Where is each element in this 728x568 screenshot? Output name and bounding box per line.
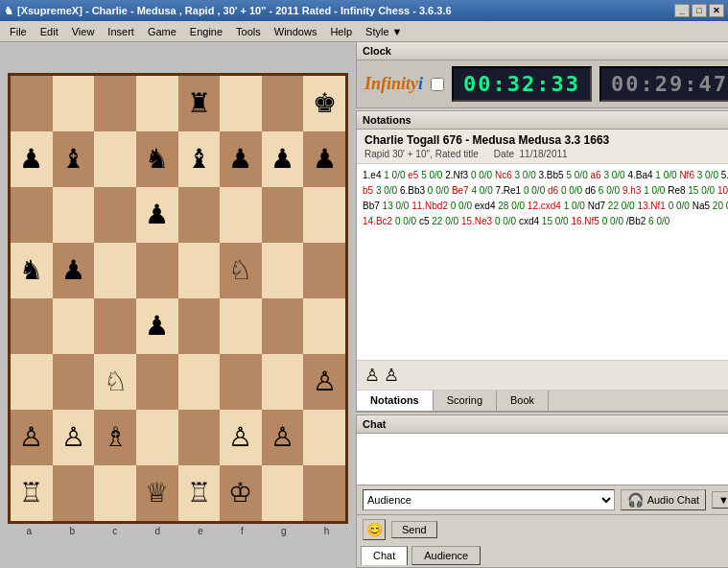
- headphone-icon: 🎧: [627, 492, 644, 508]
- cell-f4[interactable]: [220, 298, 262, 354]
- menu-engine[interactable]: Engine: [184, 24, 228, 39]
- cell-a2[interactable]: ♙: [11, 410, 53, 465]
- cell-e2[interactable]: [178, 410, 221, 465]
- audio-chat-dropdown[interactable]: ▼: [712, 491, 728, 509]
- cell-d3[interactable]: [136, 354, 178, 410]
- cell-c4[interactable]: [94, 298, 136, 354]
- cell-f3[interactable]: [220, 354, 262, 410]
- cell-c6[interactable]: [94, 187, 136, 243]
- cell-f5[interactable]: ♘: [220, 243, 262, 298]
- menu-style[interactable]: Style ▼: [360, 24, 408, 39]
- cell-g7[interactable]: ♟: [262, 131, 304, 187]
- cell-b6[interactable]: [53, 187, 95, 243]
- smiley-button[interactable]: 😊: [363, 519, 386, 540]
- cell-f6[interactable]: [220, 187, 262, 243]
- cell-b8[interactable]: [53, 76, 95, 131]
- chat-body: [357, 434, 728, 485]
- tab-notations[interactable]: Notations: [357, 390, 434, 411]
- menu-view[interactable]: View: [66, 24, 101, 39]
- cell-a8[interactable]: [11, 76, 53, 131]
- cell-b1[interactable]: [53, 465, 95, 521]
- cell-f2[interactable]: ♙: [220, 410, 262, 465]
- cell-h3[interactable]: ♙: [303, 354, 345, 410]
- cell-f1[interactable]: ♔: [220, 465, 262, 521]
- cell-e5[interactable]: [178, 243, 221, 298]
- audio-chat-button[interactable]: 🎧 Audio Chat: [621, 489, 706, 510]
- clock-checkbox[interactable]: [431, 78, 444, 91]
- maximize-button[interactable]: □: [692, 4, 707, 17]
- cell-d5[interactable]: [136, 243, 178, 298]
- cell-d6[interactable]: ♟: [136, 187, 178, 243]
- cell-h1[interactable]: [303, 465, 345, 521]
- cell-c2[interactable]: ♗: [94, 410, 136, 465]
- cell-d8[interactable]: [136, 76, 178, 131]
- cell-c3[interactable]: ♘: [94, 354, 136, 410]
- cell-g8[interactable]: [262, 76, 304, 131]
- send-button[interactable]: Send: [391, 521, 437, 538]
- menu-tools[interactable]: Tools: [230, 24, 267, 39]
- menu-file[interactable]: File: [4, 24, 33, 39]
- cell-h8[interactable]: ♚: [303, 76, 345, 131]
- cell-d2[interactable]: [136, 410, 178, 465]
- cell-c8[interactable]: [94, 76, 136, 131]
- cell-b2[interactable]: ♙: [53, 410, 95, 465]
- clock-body: Infinityi 00:32:33 00:29:47: [357, 60, 728, 107]
- cell-e6[interactable]: [178, 187, 221, 243]
- cell-a1[interactable]: ♖: [11, 465, 53, 521]
- cell-a3[interactable]: [11, 354, 53, 410]
- cell-f7[interactable]: ♟: [220, 131, 262, 187]
- menu-windows[interactable]: Windows: [269, 24, 323, 39]
- menu-game[interactable]: Game: [142, 24, 182, 39]
- cell-d1[interactable]: ♕: [136, 465, 178, 521]
- notations-title: Notations: [363, 114, 411, 126]
- menu-help[interactable]: Help: [324, 24, 358, 39]
- cell-b4[interactable]: [53, 298, 95, 354]
- tab-book[interactable]: Book: [497, 390, 549, 411]
- cell-a5[interactable]: ♞: [11, 243, 53, 298]
- cell-h6[interactable]: [303, 187, 345, 243]
- tab-scoring[interactable]: Scoring: [434, 390, 497, 411]
- menu-insert[interactable]: Insert: [102, 24, 140, 39]
- cell-g1[interactable]: [262, 465, 304, 521]
- cell-b5[interactable]: ♟: [53, 243, 95, 298]
- moves-area[interactable]: 1.e4 1 0/0 e5 5 0/0 2.Nf3 0 0/0 Nc6 3 0/…: [357, 164, 728, 361]
- cell-d7[interactable]: ♞: [136, 131, 178, 187]
- cell-g5[interactable]: [262, 243, 304, 298]
- cell-h5[interactable]: [303, 243, 345, 298]
- cell-e3[interactable]: [178, 354, 221, 410]
- cell-h7[interactable]: ♟: [303, 131, 345, 187]
- title-bar-text: [XsupremeX] - Charlie - Medusa , Rapid ,…: [17, 5, 452, 16]
- cell-a7[interactable]: ♟: [11, 131, 53, 187]
- audience-select[interactable]: Audience: [363, 489, 615, 510]
- cell-a6[interactable]: [11, 187, 53, 243]
- cell-c1[interactable]: [94, 465, 136, 521]
- game-type: Rapid 30' + 10'', Rated title: [364, 149, 479, 159]
- cell-h4[interactable]: [303, 298, 345, 354]
- minimize-button[interactable]: _: [674, 4, 690, 17]
- cell-f8[interactable]: [220, 76, 262, 131]
- cell-g4[interactable]: [262, 298, 304, 354]
- cell-e8[interactable]: ♜: [178, 76, 221, 131]
- chat-tab-chat[interactable]: Chat: [361, 546, 408, 565]
- close-button[interactable]: ✕: [709, 4, 724, 17]
- cell-h2[interactable]: [303, 410, 345, 465]
- cell-b7[interactable]: ♝: [53, 131, 95, 187]
- cell-b3[interactable]: [53, 354, 95, 410]
- player2-name: Medusa Medusa 3.3 1663: [473, 133, 610, 147]
- menu-edit[interactable]: Edit: [35, 24, 64, 39]
- clock-display-2: 00:29:47: [599, 66, 728, 102]
- cell-e7[interactable]: ♝: [178, 131, 221, 187]
- chess-board[interactable]: ♜ ♚ ♟ ♝ ♞ ♝ ♟ ♟ ♟ ♟: [11, 76, 345, 521]
- cell-g3[interactable]: [262, 354, 304, 410]
- chat-tab-row: Chat Audience: [357, 544, 728, 567]
- cell-a4[interactable]: [11, 298, 53, 354]
- chat-tab-audience[interactable]: Audience: [411, 546, 481, 565]
- chat-title: Chat: [363, 418, 386, 430]
- cell-e1[interactable]: ♖: [178, 465, 221, 521]
- cell-c7[interactable]: [94, 131, 136, 187]
- cell-c5[interactable]: [94, 243, 136, 298]
- cell-d4[interactable]: ♟: [136, 298, 178, 354]
- cell-g6[interactable]: [262, 187, 304, 243]
- cell-g2[interactable]: ♙: [262, 410, 304, 465]
- cell-e4[interactable]: [178, 298, 221, 354]
